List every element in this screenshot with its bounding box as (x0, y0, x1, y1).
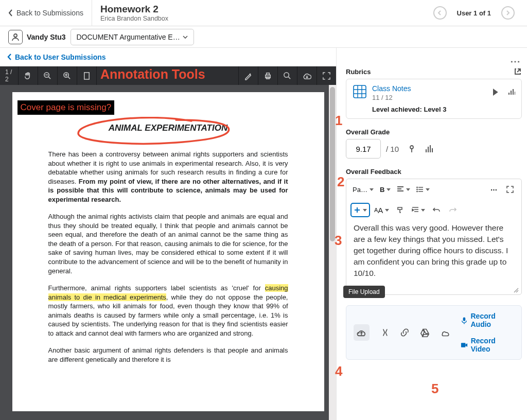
doc-p2: Although the animal rights activists cla… (48, 212, 288, 275)
fit-page-tool[interactable] (77, 66, 97, 85)
pan-tool[interactable] (19, 66, 38, 85)
format-paint-button[interactable] (393, 203, 408, 217)
rubric-card[interactable]: Class Notes 11 / 12 Level achieved: Leve… (346, 79, 522, 119)
print-icon (264, 72, 272, 80)
zoom-in-tool[interactable] (58, 66, 77, 85)
google-drive-button[interactable] (420, 328, 429, 337)
fullscreen-icon (322, 72, 331, 80)
chevron-left-icon (7, 54, 12, 60)
record-audio-button[interactable]: Record Audio (461, 312, 514, 328)
page-counter: 1 / 2 (0, 66, 19, 85)
map-pin-icon[interactable] (408, 145, 416, 153)
svg-rect-8 (354, 85, 366, 98)
resize-handle[interactable] (512, 285, 519, 292)
align-icon (397, 186, 404, 193)
annotation-comment[interactable]: Cover page is missing? (17, 100, 115, 115)
chevron-left-icon (437, 10, 443, 15)
record-video-button[interactable]: Record Video (461, 337, 514, 353)
zoom-out-tool[interactable] (38, 66, 58, 85)
back-to-submissions[interactable]: Back to Submissions (0, 9, 92, 17)
format-paint-icon (397, 206, 404, 214)
toolbar-spacer (97, 66, 239, 85)
student-name: Vandy Stu3 (27, 33, 65, 41)
pen-tool[interactable] (239, 66, 258, 85)
document-body: There has been a controversy between ani… (48, 150, 288, 364)
svg-point-10 (417, 187, 418, 188)
page-icon (82, 72, 91, 80)
grade-section-title: Overall Grade (346, 128, 390, 136)
download-tool[interactable] (297, 66, 317, 85)
list-dropdown[interactable] (414, 182, 432, 197)
search-icon (283, 72, 292, 80)
record-video-label: Record Video (471, 337, 514, 353)
doc-p3a: Furthermore, animal rights supporters la… (48, 284, 265, 292)
file-upload-tooltip: File Upload (343, 286, 385, 298)
font-dropdown[interactable]: Pa… (350, 182, 376, 197)
plus-icon (354, 206, 361, 214)
quicklink-button[interactable] (381, 328, 390, 337)
back-to-user-submissions[interactable]: Back to User Submissions (0, 48, 336, 66)
doc-p1b: From my point of view, if there are no o… (48, 178, 288, 203)
svg-point-0 (14, 34, 17, 37)
chevron-right-icon (505, 10, 511, 15)
scrollbar-thumb[interactable] (330, 87, 335, 241)
undo-icon (433, 206, 440, 214)
back-to-submissions-label: Back to Submissions (16, 9, 83, 17)
svg-rect-13 (463, 317, 465, 321)
fullscreen-tool[interactable] (317, 66, 336, 85)
attachments-panel: Record Audio Record Video (346, 305, 522, 360)
more-actions-button[interactable]: ⋯ (510, 55, 521, 67)
document-title: ANIMAL EXPERIMENTATION (48, 123, 288, 133)
prev-user-button[interactable] (433, 6, 447, 20)
assignment-title: Homework 2 (100, 4, 425, 15)
svg-rect-14 (461, 343, 465, 347)
user-nav: User 1 of 1 (433, 6, 527, 20)
svg-point-9 (410, 146, 413, 149)
svg-point-12 (417, 191, 418, 192)
insert-dropdown[interactable] (350, 203, 370, 217)
microphone-icon (461, 317, 468, 324)
font-size-dropdown[interactable]: AA (372, 203, 391, 217)
video-icon (461, 341, 468, 349)
svg-rect-3 (84, 72, 89, 79)
editor-fullscreen-button[interactable] (503, 182, 517, 197)
document-dropdown[interactable]: DOCUMENT Argumentative E… (71, 29, 194, 45)
link-button[interactable] (400, 328, 409, 337)
search-tool[interactable] (278, 66, 297, 85)
onedrive-button[interactable] (441, 328, 449, 337)
bold-dropdown[interactable]: B (378, 182, 393, 197)
stats-icon[interactable] (425, 145, 433, 153)
editor-more-button[interactable]: ⋯ (486, 182, 501, 197)
play-icon[interactable] (491, 89, 499, 96)
popout-icon[interactable] (514, 67, 522, 76)
grade-input[interactable] (346, 139, 381, 159)
student-chip: Vandy Stu3 (8, 30, 65, 44)
scrollbar[interactable] (329, 85, 336, 420)
undo-button[interactable] (429, 203, 444, 217)
grade-out-of: / 10 (386, 145, 399, 153)
download-icon (303, 72, 311, 80)
fullscreen-icon (506, 186, 514, 193)
rubric-level: Level achieved: Level 3 (372, 106, 447, 113)
zoom-in-icon (63, 72, 72, 80)
document-dropdown-label: DOCUMENT Argumentative E… (76, 33, 180, 41)
align-dropdown[interactable] (395, 182, 412, 197)
rubrics-section-title: Rubrics (346, 68, 371, 76)
hand-icon (24, 72, 32, 80)
indent-dropdown[interactable] (410, 203, 427, 217)
feedback-textarea[interactable]: Overall this was very good. However ther… (346, 217, 521, 294)
rubric-icon (353, 84, 367, 99)
feedback-text: Overall this was very good. However ther… (354, 223, 508, 277)
svg-point-7 (284, 72, 289, 77)
next-user-button[interactable] (501, 6, 515, 20)
document-frame[interactable]: Cover page is missing? ANIMAL EXPERIMENT… (0, 85, 336, 420)
user-icon (8, 30, 23, 44)
redo-button[interactable] (446, 203, 460, 217)
stats-icon[interactable] (508, 89, 515, 96)
course-subtitle: Erica Brandon Sandbox (100, 15, 425, 22)
print-tool[interactable] (258, 66, 278, 85)
user-counter: User 1 of 1 (457, 9, 491, 17)
feedback-section-title: Overall Feedback (346, 168, 401, 176)
redo-icon (449, 206, 456, 214)
file-upload-button[interactable] (354, 324, 370, 341)
